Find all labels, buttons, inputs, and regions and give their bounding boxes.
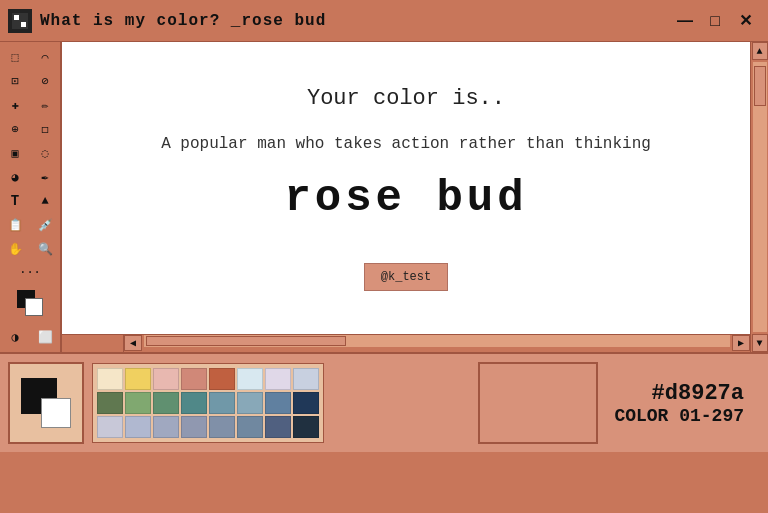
gradient-tool[interactable]: ▣ (1, 142, 29, 164)
marquee-tool[interactable]: ⬚ (1, 46, 29, 68)
hex-value: #d8927a (652, 381, 744, 406)
background-color[interactable] (25, 298, 43, 316)
blur-tool[interactable]: ◌ (31, 142, 59, 164)
eyedropper-tool[interactable]: 💉 (31, 214, 59, 236)
palette-color-swatch[interactable] (125, 416, 151, 438)
toolbar: ⬚ ⌒ ⊡ ⊘ ✚ ✏ ⊕ ◻ ▣ ◌ ◕ ✒ T ▲ 📋 💉 (0, 42, 62, 352)
quick-mask[interactable]: ◑ (1, 326, 29, 348)
palette-color-swatch[interactable] (265, 392, 291, 414)
hand-tool[interactable]: ✋ (1, 238, 29, 260)
palette-color-swatch[interactable] (125, 368, 151, 390)
pen-tool[interactable]: ✒ (31, 166, 59, 188)
palette-color-swatch[interactable] (209, 368, 235, 390)
thumb-white (41, 398, 71, 428)
middle-row: ⬚ ⌒ ⊡ ⊘ ✚ ✏ ⊕ ◻ ▣ ◌ ◕ ✒ T ▲ 📋 💉 (0, 42, 768, 352)
scroll-up-button[interactable]: ▲ (752, 42, 768, 60)
minimize-button[interactable]: — (670, 7, 700, 35)
dodge-tool[interactable]: ◕ (1, 166, 29, 188)
shape-tool[interactable]: ▲ (31, 190, 59, 212)
palette-color-swatch[interactable] (181, 368, 207, 390)
color-code: COLOR 01-297 (614, 406, 744, 426)
vertical-scroll-track (753, 62, 767, 332)
scroll-right-button[interactable]: ▶ (732, 335, 750, 351)
horizontal-scroll-thumb[interactable] (146, 336, 346, 346)
scroll-down-button[interactable]: ▼ (752, 334, 768, 352)
zoom-tool[interactable]: 🔍 (31, 238, 59, 260)
vertical-scroll-thumb[interactable] (754, 66, 766, 106)
palette-color-swatch[interactable] (181, 416, 207, 438)
bottom-panel: #d8927a COLOR 01-297 (0, 352, 768, 452)
color-title: Your color is.. (307, 86, 505, 111)
palette-color-swatch[interactable] (265, 368, 291, 390)
palette-color-swatch[interactable] (153, 416, 179, 438)
palette-color-swatch[interactable] (293, 416, 319, 438)
palette-color-swatch[interactable] (97, 392, 123, 414)
crop-tool[interactable]: ⊡ (1, 70, 29, 92)
palette-color-swatch[interactable] (265, 416, 291, 438)
screen-mode[interactable]: ⬜ (31, 326, 59, 348)
notes-tool[interactable]: 📋 (1, 214, 29, 236)
right-scrollbar: ▲ ▼ (750, 42, 768, 352)
color-description: A popular man who takes action rather th… (161, 135, 651, 153)
svg-rect-2 (21, 22, 26, 27)
text-tool[interactable]: T (1, 190, 29, 212)
palette-color-swatch[interactable] (97, 368, 123, 390)
canvas-area: Your color is.. A popular man who takes … (62, 42, 750, 334)
thumbnail (8, 362, 84, 444)
close-button[interactable]: ✕ (730, 7, 760, 35)
palette-color-swatch[interactable] (125, 392, 151, 414)
palette-color-swatch[interactable] (97, 416, 123, 438)
palette-color-swatch[interactable] (153, 368, 179, 390)
maximize-button[interactable]: □ (700, 7, 730, 35)
palette-color-swatch[interactable] (237, 368, 263, 390)
palette-color-swatch[interactable] (181, 392, 207, 414)
color-swatches[interactable] (17, 290, 43, 316)
palette-color-swatch[interactable] (209, 392, 235, 414)
horizontal-scroll-track (144, 335, 730, 347)
color-palette (92, 363, 324, 443)
palette-color-swatch[interactable] (237, 416, 263, 438)
app-icon (8, 9, 32, 33)
extra-tool[interactable]: ··· (16, 262, 44, 284)
palette-color-swatch[interactable] (209, 416, 235, 438)
heal-tool[interactable]: ✚ (1, 94, 29, 116)
color-swatch-large[interactable] (478, 362, 598, 444)
window-title: What is my color? _rose bud (40, 12, 670, 30)
scroll-left-button[interactable]: ◀ (124, 335, 142, 351)
tag-button[interactable]: @k_test (364, 263, 448, 291)
lasso-tool[interactable]: ⌒ (31, 46, 59, 68)
color-info: #d8927a COLOR 01-297 (606, 381, 760, 426)
scroll-area: Your color is.. A popular man who takes … (62, 42, 750, 352)
thumb-inner (21, 378, 71, 428)
clone-tool[interactable]: ⊕ (1, 118, 29, 140)
palette-color-swatch[interactable] (293, 392, 319, 414)
color-name: rose bud (284, 173, 527, 223)
eraser-tool[interactable]: ◻ (31, 118, 59, 140)
palette-color-swatch[interactable] (153, 392, 179, 414)
brush-tool[interactable]: ✏ (31, 94, 59, 116)
svg-rect-1 (14, 15, 19, 20)
palette-color-swatch[interactable] (293, 368, 319, 390)
slice-tool[interactable]: ⊘ (31, 70, 59, 92)
canvas-content: Your color is.. A popular man who takes … (62, 42, 750, 334)
title-bar: What is my color? _rose bud — □ ✕ (0, 0, 768, 42)
palette-color-swatch[interactable] (237, 392, 263, 414)
